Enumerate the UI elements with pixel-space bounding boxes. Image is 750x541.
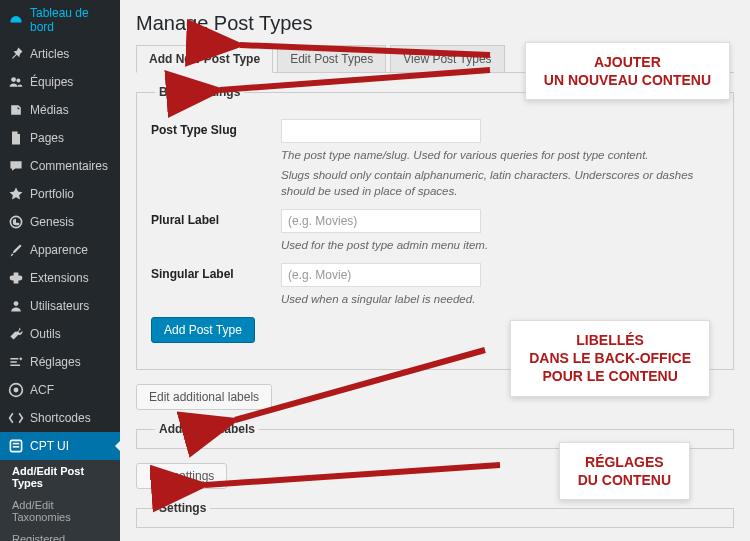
svg-point-0	[11, 77, 16, 82]
desc-slug-1: The post type name/slug. Used for variou…	[281, 147, 719, 163]
desc-singular: Used when a singular label is needed.	[281, 291, 719, 307]
desc-plural: Used for the post type admin menu item.	[281, 237, 719, 253]
genesis-icon	[8, 214, 24, 230]
cpt-icon	[8, 438, 24, 454]
sidebar-item-apparence[interactable]: Apparence	[0, 236, 120, 264]
sidebar-label: CPT UI	[30, 439, 69, 453]
callout-add-new: AJOUTER UN NOUVEAU CONTENU	[525, 42, 730, 100]
callout-settings: RÉGLAGES DU CONTENU	[559, 442, 690, 500]
sidebar-item-shortcodes[interactable]: Shortcodes	[0, 404, 120, 432]
main-content: Manage Post Types Add New Post Type Edit…	[120, 0, 750, 541]
sidebar-item-portfolio[interactable]: Portfolio	[0, 180, 120, 208]
submenu-add-edit-taxonomies[interactable]: Add/Edit Taxonomies	[0, 494, 120, 528]
label-slug: Post Type Slug	[151, 119, 281, 199]
sidebar-label: Articles	[30, 47, 69, 61]
sidebar-submenu: Add/Edit Post Types Add/Edit Taxonomies …	[0, 460, 120, 541]
sidebar-label: Tableau de bord	[30, 6, 112, 34]
submenu-add-edit-post-types[interactable]: Add/Edit Post Types	[0, 460, 120, 494]
code-icon	[8, 410, 24, 426]
input-plural[interactable]	[281, 209, 481, 233]
sidebar-label: Outils	[30, 327, 61, 341]
sidebar-label: Genesis	[30, 215, 74, 229]
sidebar-item-genesis[interactable]: Genesis	[0, 208, 120, 236]
sidebar-label: ACF	[30, 383, 54, 397]
sidebar-item-outils[interactable]: Outils	[0, 320, 120, 348]
comment-icon	[8, 158, 24, 174]
sidebar-label: Portfolio	[30, 187, 74, 201]
tools-icon	[8, 326, 24, 342]
svg-rect-7	[13, 443, 19, 445]
page-icon	[8, 130, 24, 146]
dashboard-icon	[8, 12, 24, 28]
input-slug[interactable]	[281, 119, 481, 143]
sidebar-label: Utilisateurs	[30, 299, 89, 313]
sidebar-label: Équipes	[30, 75, 73, 89]
pin-icon	[8, 46, 24, 62]
sidebar-item-commentaires[interactable]: Commentaires	[0, 152, 120, 180]
sidebar-label: Médias	[30, 103, 69, 117]
sidebar-item-extensions[interactable]: Extensions	[0, 264, 120, 292]
sidebar-label: Commentaires	[30, 159, 108, 173]
star-icon	[8, 186, 24, 202]
settings-icon	[8, 354, 24, 370]
sidebar-item-medias[interactable]: Médias	[0, 96, 120, 124]
sidebar-item-articles[interactable]: Articles	[0, 40, 120, 68]
sidebar-item-cptui[interactable]: CPT UI	[0, 432, 120, 460]
sidebar-item-pages[interactable]: Pages	[0, 124, 120, 152]
sidebar-item-dashboard[interactable]: Tableau de bord	[0, 0, 120, 40]
page-title: Manage Post Types	[136, 12, 734, 35]
legend-settings: Settings	[155, 501, 210, 515]
user-icon	[8, 298, 24, 314]
submenu-registered-types[interactable]: Registered Types/Taxes	[0, 528, 120, 541]
tab-edit[interactable]: Edit Post Types	[277, 45, 386, 72]
acf-icon	[8, 382, 24, 398]
callout-labels: LIBELLÉS DANS LE BACK-OFFICE POUR LE CON…	[510, 320, 710, 397]
sidebar-item-equipes[interactable]: Équipes	[0, 68, 120, 96]
legend-additional: Additional labels	[155, 422, 259, 436]
tab-add-new[interactable]: Add New Post Type	[136, 45, 273, 73]
legend-basic: Basic settings	[155, 85, 244, 99]
edit-additional-labels-button[interactable]: Edit additional labels	[136, 384, 272, 410]
tab-view[interactable]: View Post Types	[390, 45, 504, 72]
label-plural: Plural Label	[151, 209, 281, 253]
label-singular: Singular Label	[151, 263, 281, 307]
svg-rect-8	[13, 446, 19, 448]
svg-point-1	[16, 78, 20, 82]
users-icon	[8, 74, 24, 90]
input-singular[interactable]	[281, 263, 481, 287]
sidebar-label: Apparence	[30, 243, 88, 257]
edit-settings-button[interactable]: Edit settings	[136, 463, 227, 489]
brush-icon	[8, 242, 24, 258]
sidebar-label: Réglages	[30, 355, 81, 369]
plugin-icon	[8, 270, 24, 286]
add-post-type-button[interactable]: Add Post Type	[151, 317, 255, 343]
svg-point-3	[14, 301, 19, 306]
media-icon	[8, 102, 24, 118]
sidebar-item-acf[interactable]: ACF	[0, 376, 120, 404]
sidebar-item-reglages[interactable]: Réglages	[0, 348, 120, 376]
sidebar-label: Pages	[30, 131, 64, 145]
section-settings: Settings	[136, 501, 734, 528]
sidebar-item-utilisateurs[interactable]: Utilisateurs	[0, 292, 120, 320]
admin-sidebar: Tableau de bord Articles Équipes Médias …	[0, 0, 120, 541]
svg-point-5	[14, 388, 19, 393]
sidebar-label: Shortcodes	[30, 411, 91, 425]
sidebar-label: Extensions	[30, 271, 89, 285]
desc-slug-2: Slugs should only contain alphanumeric, …	[281, 167, 719, 199]
